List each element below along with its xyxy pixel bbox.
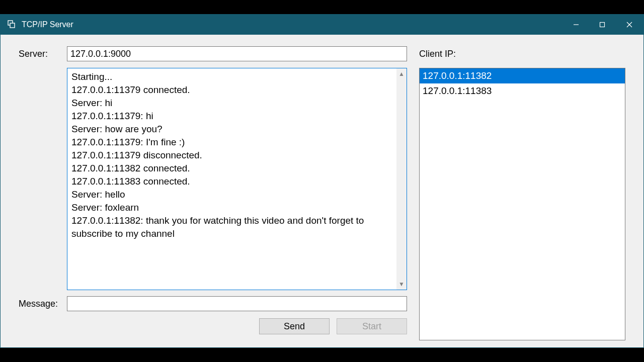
client-area: Server: Client IP: Starting... 127.0.0.1…: [1, 35, 643, 347]
client-list-item[interactable]: 127.0.0.1:11382: [420, 68, 625, 83]
server-label: Server:: [19, 49, 67, 59]
scroll-up-icon[interactable]: ▲: [398, 70, 405, 77]
start-button: Start: [337, 318, 407, 334]
server-input[interactable]: [67, 46, 407, 61]
client-ip-label: Client IP:: [419, 49, 479, 59]
app-icon: [7, 20, 17, 30]
log-textbox[interactable]: Starting... 127.0.0.1:11379 connected. S…: [67, 68, 407, 290]
client-ip-listbox[interactable]: 127.0.0.1:11382127.0.0.1:11383: [419, 68, 625, 340]
log-scrollbar[interactable]: ▲ ▼: [396, 68, 407, 290]
log-content: Starting... 127.0.0.1:11379 connected. S…: [67, 68, 396, 290]
window-title: TCP/IP Server: [22, 20, 73, 29]
maximize-button[interactable]: [589, 15, 615, 35]
minimize-button[interactable]: [563, 15, 589, 35]
svg-rect-1: [10, 23, 15, 28]
send-button[interactable]: Send: [259, 318, 330, 334]
titlebar[interactable]: TCP/IP Server: [1, 15, 643, 35]
message-label: Message:: [19, 299, 67, 309]
svg-rect-3: [600, 23, 605, 27]
app-window: TCP/IP Server Server: Client IP:: [0, 14, 644, 348]
close-button[interactable]: [615, 15, 643, 35]
scroll-down-icon[interactable]: ▼: [398, 281, 405, 288]
message-input[interactable]: [67, 296, 407, 311]
client-list-item[interactable]: 127.0.0.1:11383: [420, 83, 625, 99]
